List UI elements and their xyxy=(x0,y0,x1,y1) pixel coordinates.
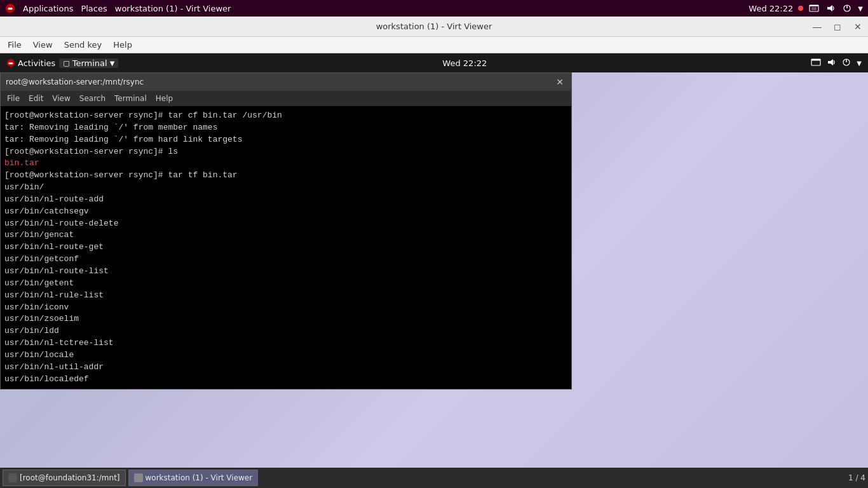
term-menu-edit[interactable]: Edit xyxy=(25,93,47,104)
gnome-topbar-center: Wed 22:22 xyxy=(442,58,487,68)
terminal-line: bin.tar xyxy=(4,158,567,170)
host-system-bar: Applications Places workstation (1) - Vi… xyxy=(0,0,868,17)
applications-menu[interactable]: Applications xyxy=(23,4,73,13)
terminal-window: root@workstation-server:/mnt/rsync ✕ Fil… xyxy=(0,72,572,390)
taskbar-terminal-icon xyxy=(8,473,17,482)
vv-menu-sendkey[interactable]: Send key xyxy=(59,39,107,51)
taskbar-item-label-virt: workstation (1) - Virt Viewer xyxy=(146,473,253,482)
terminal-menu-indicator[interactable]: ▢ Terminal ▼ xyxy=(59,58,118,68)
terminal-line: usr/bin/nl-util-addr xyxy=(4,362,567,374)
terminal-line: usr/bin/nl-route-list xyxy=(4,266,567,278)
page-indicator: 1 / 4 xyxy=(848,473,865,482)
svg-marker-10 xyxy=(828,59,833,65)
terminal-line: tar: Removing leading `/' from hard link… xyxy=(4,134,567,146)
taskbar-item-label-foundation: [root@foundation31:/mnt] xyxy=(20,473,120,482)
terminal-line: usr/bin/nl-route-delete xyxy=(4,218,567,230)
gnome-topbar-right: ▼ xyxy=(811,57,862,69)
terminal-line: tar: Removing leading `/' from member na… xyxy=(4,122,567,134)
taskbar-virt-icon xyxy=(134,473,143,482)
term-menu-help[interactable]: Help xyxy=(152,93,177,104)
system-bar-right: Wed 22:22 ▼ xyxy=(749,3,863,14)
terminal-line: usr/bin/nl-tctree-list xyxy=(4,337,567,349)
term-menu-file[interactable]: File xyxy=(3,93,24,104)
gnome-power-icon[interactable] xyxy=(841,57,851,69)
terminal-line: usr/bin/localedef xyxy=(4,374,567,386)
terminal-line: usr/bin/catchsegv xyxy=(4,206,567,218)
gnome-network-icon[interactable] xyxy=(811,57,821,69)
taskbar-item-foundation[interactable]: [root@foundation31:/mnt] xyxy=(3,470,126,486)
svg-rect-2 xyxy=(811,7,817,10)
virt-viewer-titlebar: workstation (1) - Virt Viewer — ◻ ✕ xyxy=(0,17,868,37)
network-icon[interactable] xyxy=(808,3,820,14)
terminal-line: usr/bin/getconf xyxy=(4,254,567,266)
svg-rect-9 xyxy=(811,59,820,61)
terminal-line: usr/bin/iconv xyxy=(4,302,567,314)
vv-menu-view[interactable]: View xyxy=(28,39,58,51)
taskbar-item-virtviewer[interactable]: workstation (1) - Virt Viewer xyxy=(128,470,259,486)
terminal-dropdown-arrow: ▼ xyxy=(110,60,115,67)
terminal-title: root@workstation-server:/mnt/rsync xyxy=(6,78,144,86)
terminal-line: usr/bin/nl-rule-list xyxy=(4,290,567,302)
gnome-settings-dropdown[interactable]: ▼ xyxy=(857,60,862,67)
term-menu-terminal[interactable]: Terminal xyxy=(111,93,151,104)
places-menu[interactable]: Places xyxy=(81,4,107,13)
terminal-line: [root@workstation-server rsync]# tar cf … xyxy=(4,110,567,122)
gnome-inner-topbar: Activities ▢ Terminal ▼ Wed 22:22 xyxy=(0,53,868,72)
terminal-line: usr/bin/locale xyxy=(4,349,567,362)
terminal-line: usr/bin/nl-route-get xyxy=(4,241,567,254)
minimize-button[interactable]: — xyxy=(807,17,827,37)
restore-button[interactable]: ◻ xyxy=(827,17,848,37)
activities-button[interactable]: Activities xyxy=(6,58,55,68)
terminal-line: usr/bin/ xyxy=(4,182,567,194)
taskbar: [root@foundation31:/mnt] workstation (1)… xyxy=(0,468,868,488)
terminal-content[interactable]: [root@workstation-server rsync]# tar cf … xyxy=(1,106,571,389)
gnome-time: Wed 22:22 xyxy=(442,58,487,68)
svg-rect-3 xyxy=(810,5,818,6)
terminal-icon-small: ▢ xyxy=(63,59,69,67)
system-bar-left: Applications Places workstation (1) - Vi… xyxy=(5,3,231,13)
gnome-topbar-left: Activities ▢ Terminal ▼ xyxy=(6,58,118,68)
window-controls: — ◻ ✕ xyxy=(807,17,868,36)
vv-menu-help[interactable]: Help xyxy=(108,39,137,51)
dropdown-arrow[interactable]: ▼ xyxy=(858,5,863,12)
vv-menu-file[interactable]: File xyxy=(3,39,27,51)
terminal-menubar: File Edit View Search Terminal Help xyxy=(1,91,571,106)
virt-viewer-menubar: File View Send key Help xyxy=(0,37,868,53)
terminal-line: usr/bin/nl-route-add xyxy=(4,194,567,206)
terminal-line: usr/bin/ldd xyxy=(4,325,567,337)
volume-icon[interactable] xyxy=(825,3,836,14)
window-title-in-bar: workstation (1) - Virt Viewer xyxy=(115,4,231,13)
desktop-area: 西部开源 root@workstation-server:/mnt/rsync … xyxy=(0,72,868,468)
gnome-volume-icon[interactable] xyxy=(826,57,836,69)
system-time: Wed 22:22 xyxy=(749,4,793,13)
term-menu-search[interactable]: Search xyxy=(76,93,109,104)
taskbar-right: 1 / 4 xyxy=(848,473,865,482)
close-button[interactable]: ✕ xyxy=(848,17,868,37)
power-icon[interactable] xyxy=(841,3,853,14)
terminal-titlebar: root@workstation-server:/mnt/rsync ✕ xyxy=(1,73,571,91)
taskbar-left: [root@foundation31:/mnt] workstation (1)… xyxy=(3,470,258,486)
terminal-line: [root@workstation-server rsync]# tar tf … xyxy=(4,170,567,182)
redhat-icon[interactable] xyxy=(5,3,15,13)
term-menu-view[interactable]: View xyxy=(48,93,74,104)
terminal-line: usr/bin/zsoelim xyxy=(4,313,567,325)
terminal-close-button[interactable]: ✕ xyxy=(553,76,566,88)
terminal-line: [root@workstation-server rsync]# ls xyxy=(4,146,567,158)
dot-status xyxy=(798,6,803,11)
terminal-line: usr/bin/getent xyxy=(4,278,567,290)
virt-viewer-title: workstation (1) - Virt Viewer xyxy=(376,22,492,31)
terminal-line: usr/bin/gencat xyxy=(4,229,567,241)
svg-marker-4 xyxy=(827,5,832,11)
